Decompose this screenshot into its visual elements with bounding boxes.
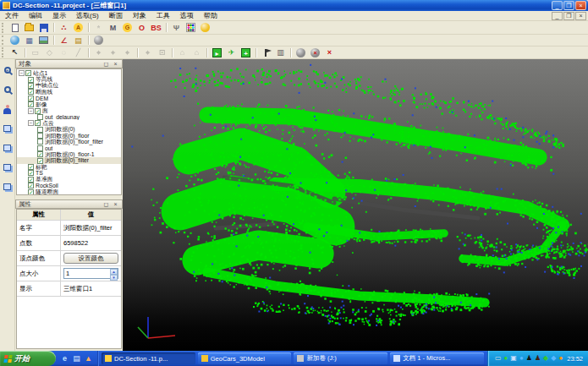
tree-item-TS[interactable]: ✓TS [17,170,121,176]
tree-checkbox[interactable] [37,145,43,151]
circle-a-icon[interactable]: A [71,22,85,34]
circle-g-icon[interactable]: G [120,22,135,34]
menu-item-文件[interactable]: 文件 [0,11,24,20]
mdi-minimize-button[interactable]: _ [552,12,563,20]
tree-item-out_delaunay[interactable]: out_delaunay [17,114,121,120]
tree-checkbox[interactable]: ✓ [28,183,34,188]
tree-checkbox[interactable]: ✓ [28,189,34,195]
tree-item-影像[interactable]: ✓影像 [17,101,121,107]
set-color-button[interactable]: 设置颜色 [63,253,118,264]
tree-checkbox[interactable] [37,133,43,139]
tree-checkbox[interactable] [37,139,43,145]
tree-checkbox[interactable]: ✓ [28,170,34,176]
mdi-close-button[interactable]: × [575,12,586,20]
3d-viewport[interactable] [123,59,588,351]
antenna-icon[interactable]: Ψ [169,22,184,34]
shield-blue-icon[interactable]: ◆ [551,354,556,363]
yellow-ball-icon[interactable] [198,22,212,34]
menu-item-对象[interactable]: 对象 [128,11,151,20]
tree-item-断面线[interactable]: ✓断面线 [17,89,121,95]
mdi-restore-button[interactable]: ❐ [563,12,574,20]
panel-float-icon[interactable]: ◻ [102,60,110,68]
window-cascade-icon[interactable] [2,123,14,134]
color-grid-icon[interactable] [184,22,198,34]
delete-x-icon[interactable]: × [322,46,337,58]
grid-icon[interactable]: ▦ [22,35,36,46]
points-pair-icon[interactable]: ∴ [57,22,71,34]
panel-float-icon[interactable]: ◻ [102,200,110,208]
shield-green-icon[interactable]: ◆ [543,354,548,363]
menu-item-编辑[interactable]: 编辑 [24,11,47,20]
point-size-stepper[interactable]: 1 ▲ ▼ [63,268,118,279]
start-button[interactable]: 开始 [0,351,56,366]
blue-dot-icon[interactable]: ● [519,354,524,363]
user-icon[interactable] [2,103,14,115]
tree-item-浏阳数据(0)_floor_filter[interactable]: 浏阳数据(0)_floor_filter [17,139,121,145]
tree-checkbox[interactable] [37,127,43,133]
menu-item-断面[interactable]: 断面 [104,11,128,20]
window-arrange-icon[interactable] [2,181,14,193]
green-dot-icon[interactable]: ● [503,354,508,363]
printer-icon[interactable]: ▭ [495,354,502,363]
bs-tool-icon[interactable]: BS [149,22,163,34]
green-plane-icon[interactable]: ✈ [224,46,239,58]
tree-checkbox[interactable]: ✓ [28,83,34,89]
green-mark-icon[interactable]: ▸ [210,46,224,58]
panel-close-icon[interactable]: × [112,60,119,68]
tree-checkbox[interactable]: ✓ [28,89,34,95]
tree-item-等高线[interactable]: ✓等高线 [17,76,121,82]
tree-expander-icon[interactable]: − [28,120,34,126]
green-box-icon[interactable]: + [239,46,253,58]
orange-ball-icon[interactable]: ● [558,354,563,363]
media-player-icon[interactable]: ▲ [84,354,93,363]
qq-penguin2-icon[interactable]: ♟ [535,354,541,363]
ime-icon[interactable]: ▣ [510,354,517,363]
tree-checkbox[interactable]: ✓ [28,164,34,170]
ruler-icon[interactable]: ▤ [71,35,85,46]
tree-item-RockSoil[interactable]: ✓RockSoil [17,183,121,188]
menu-item-帮助[interactable]: 帮助 [199,11,223,20]
window-new-icon[interactable] [2,161,14,173]
tree-item-面[interactable]: −✓面 [17,107,121,113]
panel-close-icon[interactable]: × [112,200,119,208]
qq-penguin-icon[interactable]: ♟ [526,354,532,363]
sphere-small-icon[interactable] [294,46,308,58]
spin-up-icon[interactable]: ▲ [110,269,118,275]
flag-icon[interactable] [259,46,273,58]
task-word-doc[interactable]: 文档 1 - Micros... [390,352,484,364]
tree-item-DEM[interactable]: ✓DEM [17,96,121,101]
ie-icon[interactable]: e [60,354,69,363]
chart-icon[interactable]: ∠ [57,35,71,46]
tree-checkbox[interactable]: ✓ [35,108,41,114]
menu-item-选取S[interactable]: 选取(S) [71,11,104,20]
zoom-out-icon[interactable] [2,84,14,96]
tree-item-站点1[interactable]: −✓站点1 [17,70,121,76]
menu-item-工具[interactable]: 工具 [151,11,175,20]
tree-item-中轴点位[interactable]: ✓中轴点位 [17,83,121,89]
select-cursor-icon[interactable]: ↖ [8,46,22,58]
new-file-icon[interactable] [8,22,22,34]
zoom-in-icon[interactable]: + [2,64,14,76]
tree-checkbox[interactable]: ✓ [28,77,34,83]
close-button[interactable]: × [575,1,586,10]
tree-checkbox[interactable]: ✓ [25,70,31,76]
tree-expander-icon[interactable]: − [19,70,25,76]
sphere-delete-icon[interactable]: × [308,46,322,58]
delete-icon[interactable]: ▥ [273,46,288,58]
restore-button[interactable]: ❐ [563,1,574,10]
globe-icon[interactable] [8,35,22,46]
tree-item-基准面[interactable]: ✓基准面 [17,177,121,183]
tree-checkbox[interactable]: ✓ [37,151,43,157]
tree-checkbox[interactable]: ✓ [35,120,41,126]
spin-down-icon[interactable]: ▼ [110,275,118,281]
show-desktop-icon[interactable]: ▤ [72,354,81,363]
menu-item-显示[interactable]: 显示 [47,11,71,20]
open-folder-icon[interactable] [22,22,36,34]
task-dc-section[interactable]: DC-Section -11.p... [102,352,195,364]
save-icon[interactable] [36,22,51,34]
image-icon[interactable] [36,35,51,46]
window-tile-icon[interactable] [2,142,14,154]
tree-checkbox[interactable]: ✓ [28,101,34,107]
task-geocars-folder[interactable]: GeoCars_3DModel [198,352,292,364]
tree-item-隧道断面[interactable]: ✓隧道断面 [17,188,121,194]
